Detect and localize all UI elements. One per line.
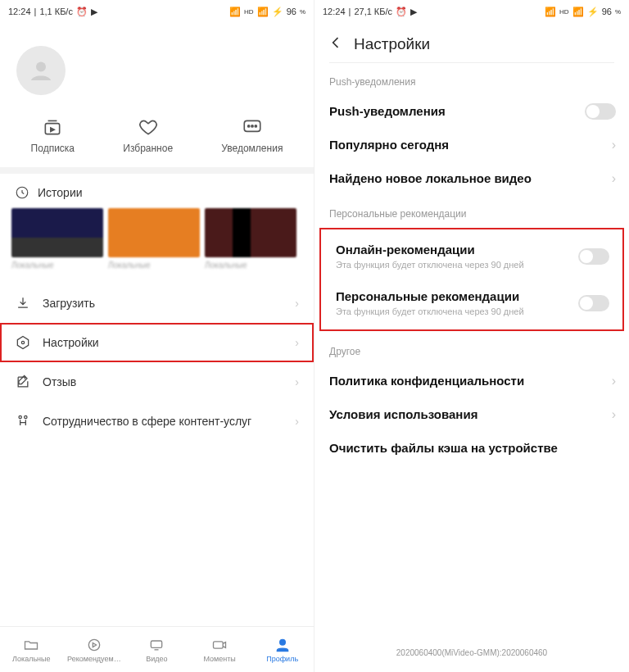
thumb-caption: Локальные: [205, 261, 296, 280]
toggle-push[interactable]: [585, 103, 616, 120]
youtube-icon: ▶: [91, 7, 97, 17]
svg-point-4: [251, 125, 253, 127]
row-privacy-policy[interactable]: Политика конфиденциальности ›: [314, 364, 629, 397]
header: Настройки: [314, 23, 629, 62]
svg-point-9: [19, 415, 21, 418]
thumb-caption: Локальные: [11, 261, 103, 280]
volte-icon: HD: [244, 8, 254, 16]
youtube-icon: ▶: [410, 7, 417, 17]
nav-local-label: Локальные: [12, 655, 50, 663]
menu-download[interactable]: Загрузить ›: [0, 284, 314, 323]
thumb-caption: Локальные: [108, 261, 200, 280]
battery-text: 96: [602, 7, 612, 16]
nav-video[interactable]: Видео: [125, 627, 188, 672]
tab-notifications-label: Уведомления: [221, 143, 283, 154]
battery-text: 96: [287, 7, 296, 16]
svg-rect-13: [214, 641, 224, 647]
signal-icon: 📶: [572, 7, 584, 17]
chevron-right-icon: ›: [612, 374, 616, 388]
battery-icon: ⚡: [587, 7, 599, 17]
divider: [0, 167, 314, 174]
row-personal-title: Персональные рекомендации: [336, 289, 608, 303]
profile-tabs: Подписка Избранное Уведомления: [0, 98, 314, 167]
menu-download-label: Загрузить: [43, 297, 95, 310]
nav-profile-label: Профиль: [266, 655, 298, 663]
row-online-recommendations[interactable]: Онлайн-рекомендации Эта функция будет от…: [321, 233, 622, 279]
history-thumb[interactable]: Локальные: [108, 208, 200, 280]
subscriptions-icon: [42, 116, 63, 138]
menu-settings[interactable]: Настройки ›: [0, 323, 314, 362]
download-icon: [15, 295, 31, 311]
bottom-nav: Локальные Рекомендуем… Видео Моменты Про…: [0, 626, 314, 672]
svg-point-5: [255, 125, 256, 127]
volte-icon: HD: [559, 8, 569, 16]
row-terms[interactable]: Условия использования ›: [314, 397, 629, 431]
play-circle-icon: [86, 637, 102, 653]
chevron-right-icon: ›: [612, 171, 616, 186]
tab-notifications[interactable]: Уведомления: [221, 116, 283, 154]
gear-icon: [15, 334, 31, 351]
svg-point-0: [36, 62, 46, 72]
version-text: 2020060400(MiVideo-GMM):2020060460: [314, 633, 629, 672]
row-clear-cache[interactable]: Очистить файлы кэша на устройстве: [314, 431, 629, 465]
nav-local[interactable]: Локальные: [0, 627, 63, 672]
page-title: Настройки: [354, 35, 430, 53]
menu-feedback[interactable]: Отзыв ›: [0, 362, 314, 402]
history-thumb[interactable]: Локальные: [205, 208, 296, 280]
settings-screen: 12:24 | 27,1 КБ/с ⏰ ▶ 📶 HD 📶 ⚡ 96% Настр…: [314, 0, 629, 672]
heart-icon: [138, 116, 159, 138]
chevron-right-icon: ›: [295, 336, 299, 349]
tab-subscriptions-label: Подписка: [31, 143, 75, 154]
row-new-local-video[interactable]: Найдено новое локальное видео ›: [314, 161, 629, 195]
status-bar: 12:24 | 27,1 КБ/с ⏰ ▶ 📶 HD 📶 ⚡ 96%: [314, 0, 629, 23]
svg-rect-12: [152, 641, 162, 647]
chevron-left-icon: [328, 34, 344, 51]
clock-text: 12:24: [323, 7, 346, 16]
row-popular-today[interactable]: Популярно сегодня ›: [314, 128, 629, 161]
tab-favorites[interactable]: Избранное: [123, 116, 173, 154]
row-privacy-title: Политика конфиденциальности: [329, 374, 614, 388]
section-push-label: Push-уведомления: [314, 63, 629, 94]
svg-point-14: [279, 639, 285, 645]
tab-subscriptions[interactable]: Подписка: [31, 116, 75, 154]
svg-point-11: [88, 639, 99, 650]
tv-icon: [148, 637, 165, 653]
nav-profile[interactable]: Профиль: [251, 627, 314, 672]
nav-moments-label: Моменты: [203, 655, 235, 663]
highlighted-section: Онлайн-рекомендации Эта функция будет от…: [319, 228, 624, 331]
avatar[interactable]: [16, 46, 66, 95]
menu-partnership[interactable]: Сотрудничество в сфере контент-услуг ›: [0, 402, 314, 441]
battery-icon: ⚡: [272, 7, 283, 17]
histories-row[interactable]: Истории: [0, 174, 314, 208]
partnership-icon: [15, 413, 31, 429]
nav-recommend[interactable]: Рекомендуем…: [63, 627, 126, 672]
menu-feedback-label: Отзыв: [43, 375, 76, 388]
chevron-right-icon: ›: [295, 375, 299, 388]
user-icon: [26, 56, 56, 85]
row-personal-recommendations[interactable]: Персональные рекомендации Эта функция бу…: [321, 279, 622, 326]
row-push-notifications[interactable]: Push-уведомления: [314, 94, 629, 128]
tab-favorites-label: Избранное: [123, 143, 173, 154]
back-button[interactable]: [328, 34, 344, 54]
row-terms-title: Условия использования: [329, 407, 614, 421]
svg-point-8: [21, 341, 24, 343]
chevron-right-icon: ›: [295, 415, 299, 428]
profile-screen: 12:24 | 1,1 КБ/с ⏰ ▶ 📶 HD 📶 ⚡ 96% Подпис…: [0, 0, 314, 672]
status-bar: 12:24 | 1,1 КБ/с ⏰ ▶ 📶 HD 📶 ⚡ 96%: [0, 0, 314, 23]
toggle-personal-rec[interactable]: [578, 295, 609, 311]
history-thumbnails: Локальные Локальные Локальные: [0, 208, 314, 284]
alarm-icon: ⏰: [76, 7, 88, 17]
toggle-online-rec[interactable]: [578, 248, 609, 265]
svg-marker-7: [17, 337, 28, 349]
nav-moments[interactable]: Моменты: [188, 627, 251, 672]
svg-point-3: [247, 125, 249, 127]
history-thumb[interactable]: Локальные: [11, 208, 103, 280]
net-speed: 1,1 КБ/с: [39, 7, 73, 16]
folder-icon: [23, 637, 39, 653]
chevron-right-icon: ›: [295, 297, 299, 310]
svg-point-10: [25, 415, 27, 418]
row-cache-title: Очистить файлы кэша на устройстве: [329, 441, 614, 455]
edit-icon: [15, 374, 31, 390]
nav-recommend-label: Рекомендуем…: [67, 655, 121, 663]
chat-icon: [242, 116, 263, 138]
